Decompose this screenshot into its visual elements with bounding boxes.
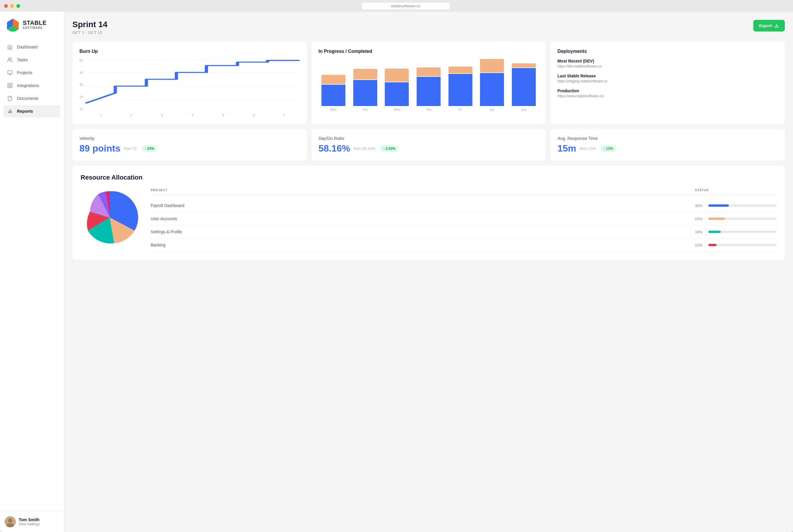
deploy-item-0: Most Recent (DEV) https://dev.stablesoft… xyxy=(557,59,778,68)
logo-icon xyxy=(6,18,20,32)
svg-rect-4 xyxy=(8,71,12,74)
svg-rect-8 xyxy=(11,83,12,85)
saydo-from: from 56.14% xyxy=(353,146,375,151)
velocity-badge: ↑ 23% xyxy=(142,146,157,152)
user-area[interactable]: Tom Smith View Settings xyxy=(0,511,64,532)
sidebar: STABLE SOFTWARE Dashboard Tasks xyxy=(0,12,64,532)
avgresponse-values: 15m from 17m ↑ 13% xyxy=(557,143,778,154)
deployments-list: Most Recent (DEV) https://dev.stablesoft… xyxy=(557,59,778,98)
bar-thu-label: Thu xyxy=(426,108,431,111)
table-row-2: Settings & Profile 18% xyxy=(151,225,777,239)
integrations-icon xyxy=(7,83,13,89)
bar-mon: Mon xyxy=(318,59,349,111)
burnup-chart-area: 1 2 3 4 5 6 7 xyxy=(85,59,299,117)
progress-bar-1 xyxy=(708,217,777,220)
app-window: stablesoftware.co STABLE SOFTWARE xyxy=(0,0,793,532)
deploy-name-1: Last Stable Release xyxy=(557,74,778,78)
reports-icon xyxy=(7,108,13,114)
table-row-3: Banking 12% xyxy=(151,239,777,252)
page-subtitle: OCT 1 - OCT 15 xyxy=(72,31,108,35)
avgresponse-value: 15m xyxy=(557,143,576,154)
progress-fill-1 xyxy=(708,217,725,220)
bar-wed: Wed xyxy=(382,59,412,111)
bar-fri-label: Fri xyxy=(458,108,462,111)
deploy-name-0: Most Recent (DEV) xyxy=(557,59,778,63)
minimize-button[interactable] xyxy=(10,4,14,8)
sidebar-item-projects[interactable]: Projects xyxy=(3,66,60,79)
close-button[interactable] xyxy=(4,4,8,8)
resource-table: PROJECT STATUS Payroll Dashboard 30% xyxy=(151,188,777,252)
bar-chart: Mon Tue xyxy=(318,59,539,111)
sidebar-item-tasks-label: Tasks xyxy=(17,58,28,62)
avatar xyxy=(5,516,16,527)
avgresponse-label: Avg. Response Time xyxy=(557,136,778,141)
bar-mon-label: Mon xyxy=(330,108,336,111)
saydo-card: Say/Do Ratio 58.16% from 56.14% ↑ 2.02% xyxy=(311,129,546,161)
table-header: PROJECT STATUS xyxy=(151,188,777,196)
sidebar-item-documents[interactable]: Documents xyxy=(3,92,60,104)
velocity-value: 89 points xyxy=(79,143,120,154)
sidebar-item-tasks[interactable]: Tasks xyxy=(3,54,60,66)
svg-point-3 xyxy=(8,58,10,60)
velocity-from: from 72 xyxy=(124,146,137,151)
bar-sun-label: Sun xyxy=(521,108,527,111)
progress-fill-0 xyxy=(708,204,729,207)
deploy-name-2: Production xyxy=(557,89,778,93)
td-project-2: Settings & Profile xyxy=(151,229,695,234)
deploy-url-1[interactable]: https://staging.stablesoftware.co xyxy=(557,79,778,83)
page-header: Sprint 14 OCT 1 - OCT 15 Export xyxy=(72,20,785,35)
user-name: Tom Smith xyxy=(19,517,40,522)
bar-tue-label: Tue xyxy=(362,108,368,111)
metrics-row: Velocity 89 points from 72 ↑ 23% Say/Do … xyxy=(72,129,785,161)
td-project-0: Payroll Dashboard xyxy=(151,203,695,208)
deploy-url-0[interactable]: https://dev.stablesoftware.co xyxy=(557,64,778,68)
td-status-2: 18% xyxy=(695,230,777,234)
progress-bar-2 xyxy=(708,231,777,233)
bar-wed-label: Wed xyxy=(393,108,400,111)
saydo-label: Say/Do Ratio xyxy=(318,136,539,141)
deployments-title: Deployments xyxy=(557,49,778,54)
velocity-values: 89 points from 72 ↑ 23% xyxy=(79,143,300,154)
avgresponse-from: from 17m xyxy=(580,146,596,151)
resource-card: Resource Allocation xyxy=(72,166,785,260)
burnup-card: Burn Up 50 40 30 20 10 xyxy=(72,42,307,124)
main-content: Sprint 14 OCT 1 - OCT 15 Export Burn Up … xyxy=(64,12,793,532)
url-bar[interactable]: stablesoftware.co xyxy=(362,3,450,10)
bar-thu: Thu xyxy=(414,59,444,111)
velocity-label: Velocity xyxy=(79,136,300,141)
status-pct-0: 30% xyxy=(695,204,705,208)
th-status: STATUS xyxy=(695,188,777,192)
svg-point-15 xyxy=(8,518,12,522)
svg-rect-9 xyxy=(8,86,9,88)
sidebar-item-integrations-label: Integrations xyxy=(17,83,39,88)
svg-rect-10 xyxy=(11,86,12,88)
maximize-button[interactable] xyxy=(16,4,20,8)
sidebar-item-projects-label: Projects xyxy=(17,70,32,75)
deployments-card: Deployments Most Recent (DEV) https://de… xyxy=(550,42,785,124)
documents-icon xyxy=(7,95,13,101)
burnup-x-labels: 1 2 3 4 5 6 7 xyxy=(85,114,299,117)
export-button[interactable]: Export xyxy=(753,20,785,32)
user-action[interactable]: View Settings xyxy=(19,522,40,526)
status-pct-2: 18% xyxy=(695,230,705,234)
progress-bar-0 xyxy=(708,204,777,207)
pie-svg xyxy=(81,188,139,247)
sidebar-item-dashboard[interactable]: Dashboard xyxy=(3,41,60,53)
export-icon xyxy=(774,23,779,28)
sidebar-item-integrations[interactable]: Integrations xyxy=(3,79,60,92)
sidebar-item-reports[interactable]: Reports xyxy=(3,105,60,117)
progress-bar-3 xyxy=(708,244,777,246)
projects-icon xyxy=(7,70,13,76)
sidebar-item-dashboard-label: Dashboard xyxy=(17,45,38,49)
user-info: Tom Smith View Settings xyxy=(19,517,40,526)
bar-sat: Sat xyxy=(477,59,507,111)
bar-fri: Fri xyxy=(445,59,475,111)
page-title: Sprint 14 xyxy=(72,20,108,29)
bar-tue: Tue xyxy=(350,59,380,111)
svg-rect-7 xyxy=(8,83,9,85)
app-layout: STABLE SOFTWARE Dashboard Tasks xyxy=(0,12,793,532)
burnup-y-labels: 50 40 30 20 10 xyxy=(79,59,83,117)
inprogress-card: In Progress / Completed Mon xyxy=(311,42,546,124)
sidebar-item-reports-label: Reports xyxy=(17,109,33,114)
deploy-url-2[interactable]: https://www.stablesoftware.co xyxy=(557,94,778,98)
